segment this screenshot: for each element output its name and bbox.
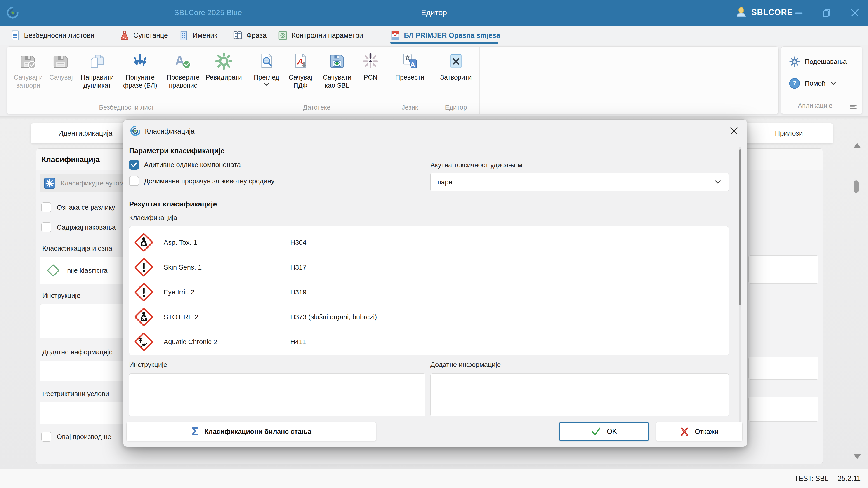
- instructions-label: Инструкције: [129, 361, 167, 368]
- hazard-class-name: Eye Irrit. 2: [164, 288, 290, 296]
- p-codes-field[interactable]: [129, 373, 425, 416]
- menu-lines-icon[interactable]: [849, 103, 857, 110]
- checkbox[interactable]: [41, 202, 51, 213]
- save-pdf-button[interactable]: Сачувај ПДФ: [283, 50, 317, 92]
- ribbon-empty-space: [479, 46, 778, 114]
- cancel-button[interactable]: Откажи: [656, 422, 743, 441]
- additional-info-label: Додатне информације: [42, 348, 113, 356]
- ribbon-button-label: Затворити: [440, 73, 471, 81]
- restrictive-conditions-label: Рестриктивни услови: [42, 390, 109, 398]
- fill-phrases-icon: [130, 52, 150, 71]
- window-close-button[interactable]: [848, 7, 862, 19]
- tab-safety-sheets[interactable]: Безбедносни листови: [10, 26, 94, 45]
- ribbon-group-editor: Затворити Едитор: [432, 46, 479, 114]
- ribbon-button-label: PCN: [364, 73, 377, 81]
- duplicate-button[interactable]: Направити дупликат: [76, 50, 119, 92]
- checkbox-label: Овај производ не: [57, 433, 111, 441]
- status-version: 25.2.11: [838, 475, 861, 483]
- account-button[interactable]: SBLCORE: [735, 6, 793, 19]
- red-x-icon: [680, 427, 689, 436]
- preview-icon: [257, 52, 276, 71]
- result-header: Резултат класификације: [129, 200, 217, 208]
- not-classified-text: nije klasificira: [67, 267, 107, 274]
- tab-directory[interactable]: Именик: [179, 26, 217, 45]
- close-doc-icon: [446, 52, 466, 71]
- spellcheck-button[interactable]: A Проверите правопис: [162, 50, 205, 92]
- classification-list: Asp. Tox. 1 H304 Skin Sens. 1 H317: [129, 226, 729, 355]
- checkbox-package-contents[interactable]: Садржај паковања: [41, 222, 116, 232]
- ok-button[interactable]: OK: [559, 422, 649, 441]
- dialog-close-button[interactable]: [728, 125, 739, 136]
- window-maximize-button[interactable]: [820, 7, 834, 19]
- classification-row[interactable]: Eye Irrit. 2 H319: [129, 280, 729, 304]
- help-button[interactable]: ? Помоћ: [789, 78, 837, 89]
- ghs09-environment-icon: [134, 332, 153, 351]
- ribbon-group-label: Безбедносни лист: [10, 103, 243, 113]
- checkbox-label: Делимични прерачун за животну средину: [144, 177, 274, 185]
- ghs08-health-hazard-icon: [134, 307, 153, 326]
- acute-toxicity-select[interactable]: паре: [430, 173, 729, 191]
- revise-button[interactable]: Ревидирати: [205, 50, 243, 83]
- checkbox[interactable]: [41, 222, 51, 232]
- translate-button[interactable]: A Превести: [391, 50, 429, 83]
- save-button[interactable]: Сачувај: [46, 50, 76, 83]
- save-and-close-button[interactable]: Сачувај и затвори: [10, 50, 46, 92]
- checkbox-product-not[interactable]: Овај производ не: [41, 432, 111, 442]
- spellcheck-icon: A: [174, 52, 193, 71]
- hazard-statement-code: H411: [290, 338, 306, 346]
- window-minimize-button[interactable]: [792, 7, 806, 19]
- preview-button[interactable]: Преглед: [250, 50, 283, 88]
- classification-balance-button[interactable]: Σ Класификациони биланс стања: [126, 422, 376, 441]
- checkbox[interactable]: [41, 432, 51, 442]
- right-form-field[interactable]: [748, 255, 818, 284]
- fill-phrases-button[interactable]: Попуните фразе (БЛ): [119, 50, 162, 92]
- save-sbl-icon: [328, 52, 347, 71]
- additional-info-field[interactable]: [430, 373, 729, 416]
- ribbon-button-label: Преглед: [254, 73, 279, 81]
- ribbon-group-label: Едитор: [436, 103, 476, 113]
- classification-row[interactable]: STOT RE 2 H373 (slušni organi, bubrezi): [129, 304, 729, 329]
- page-tab-attachments[interactable]: Прилози: [745, 123, 833, 143]
- right-form-field[interactable]: [748, 357, 818, 380]
- check-icon: [591, 427, 601, 436]
- ribbon: Сачувај и затвори Сачувај Направити дупл…: [0, 45, 868, 116]
- ribbon-button-label: Сачувај и затвори: [11, 73, 45, 90]
- checkbox[interactable]: [129, 176, 139, 186]
- settings-button[interactable]: Подешавања: [789, 56, 847, 67]
- classification-row[interactable]: Asp. Tox. 1 H304: [129, 230, 729, 255]
- ribbon-group-language: A Превести Језик: [387, 46, 432, 114]
- revise-gear-icon: [214, 52, 234, 71]
- tab-document-bl-primjer[interactable]: БЛ PRIMJER Opasna smjesa: [390, 26, 500, 45]
- status-divider: [790, 471, 790, 486]
- help-question-icon: ?: [789, 78, 800, 89]
- save-icon: [51, 52, 71, 71]
- additive-checkbox-row[interactable]: Адитивне одлике компонената: [129, 160, 241, 170]
- classification-row[interactable]: Skin Sens. 1 H317: [129, 255, 729, 280]
- checkbox-label: Адитивне одлике компонената: [144, 161, 241, 168]
- dialog-scrollbar-thumb[interactable]: [739, 149, 741, 305]
- page-tab-label: Идентификација: [58, 129, 113, 137]
- classification-list-label: Класификација: [129, 214, 177, 222]
- tab-label: Фраза: [246, 31, 267, 39]
- tab-control-parameters[interactable]: Контролни параметри: [278, 26, 363, 45]
- ribbon-button-label: Ревидирати: [206, 73, 242, 81]
- partial-checkbox-row[interactable]: Делимични прерачун за животну средину: [129, 176, 274, 186]
- right-form-field[interactable]: [748, 397, 818, 422]
- checkbox-checked[interactable]: [129, 160, 139, 170]
- tab-label: Супстанце: [133, 31, 168, 39]
- checkbox-mark-differs[interactable]: Ознака се разлику: [41, 202, 115, 213]
- scroll-up-arrow[interactable]: [854, 143, 861, 148]
- scroll-down-arrow[interactable]: [854, 454, 861, 459]
- ribbon-button-label: Сачувати као SBL: [319, 73, 355, 90]
- ribbon-group-files: Преглед Сачувај ПДФ Сачувати као SBL: [246, 46, 387, 114]
- tab-substances[interactable]: Супстанце: [119, 26, 168, 45]
- tab-phrase[interactable]: Фраза: [232, 26, 267, 45]
- close-editor-button[interactable]: Затворити: [436, 50, 476, 83]
- hazard-class-name: STOT RE 2: [164, 313, 290, 321]
- classification-row[interactable]: Aquatic Chronic 2 H411: [129, 329, 729, 354]
- scrollbar-thumb[interactable]: [854, 180, 859, 193]
- control-parameters-icon: [278, 30, 288, 41]
- dialog-title: Класификација: [145, 127, 195, 135]
- save-as-sbl-button[interactable]: Сачувати као SBL: [317, 50, 357, 92]
- pcn-button[interactable]: PCN: [357, 50, 384, 83]
